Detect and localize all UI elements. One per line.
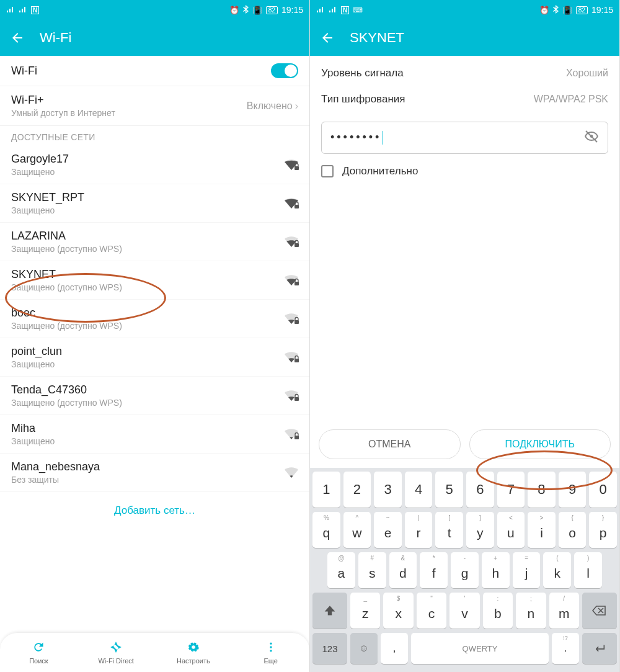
network-list: Gargoyle17 Защищено SKYNET_RPT Защищено … [0, 146, 309, 492]
nfc-icon: N [341, 6, 349, 14]
header: SKYNET [310, 20, 619, 56]
keyboard: 1234567890 %q^w~e|r[t]y<u>i{o}p @a#s&d*f… [310, 468, 619, 672]
key-q[interactable]: %q [312, 512, 340, 548]
key-x[interactable]: $x [383, 593, 413, 629]
wifi-toggle-row[interactable]: Wi-Fi [0, 56, 309, 86]
status-bar: N ⏰ 📳 82 19:15 [0, 0, 309, 20]
network-name: SKYNET [11, 268, 283, 281]
toolbar-more[interactable]: Еще [232, 633, 309, 672]
comma-key[interactable]: , [381, 633, 408, 664]
encryption-label: Тип шифрования [321, 93, 405, 105]
key-u[interactable]: <u [497, 512, 525, 548]
key-y[interactable]: ]y [466, 512, 494, 548]
key-7[interactable]: 7 [497, 472, 525, 508]
battery-icon: 82 [576, 6, 588, 14]
emoji-key[interactable]: ☺ [350, 633, 378, 664]
key-m[interactable]: /m [549, 593, 579, 629]
key-c[interactable]: "c [417, 593, 446, 629]
network-name: Gargoyle17 [11, 153, 283, 166]
enter-key[interactable] [582, 633, 617, 664]
key-g[interactable]: -g [451, 552, 479, 588]
wifi-signal-icon [283, 311, 298, 326]
network-item[interactable]: SKYNET_RPT Защищено [0, 184, 309, 223]
network-item[interactable]: boec Защищено (доступно WPS) [0, 300, 309, 338]
key-2[interactable]: 2 [343, 472, 371, 508]
network-item[interactable]: Miha Защищено [0, 415, 309, 454]
key-o[interactable]: {o [559, 512, 587, 548]
network-item[interactable]: Mana_nebesnaya Без защиты [0, 454, 309, 492]
toolbar-configure[interactable]: Настроить [155, 633, 232, 672]
key-4[interactable]: 4 [405, 472, 433, 508]
key-s[interactable]: #s [358, 552, 386, 588]
network-item[interactable]: SKYNET Защищено (доступно WPS) [0, 261, 309, 300]
key-6[interactable]: 6 [466, 472, 494, 508]
key-z[interactable]: _z [350, 593, 380, 629]
key-3[interactable]: 3 [374, 472, 402, 508]
cancel-button[interactable]: ОТМЕНА [319, 429, 461, 459]
toolbar-search[interactable]: Поиск [0, 633, 78, 672]
wifi-toggle[interactable] [271, 63, 298, 78]
available-networks-header: ДОСТУПНЫЕ СЕТИ [0, 126, 309, 146]
status-time: 19:15 [591, 5, 613, 15]
key-a[interactable]: @a [327, 552, 355, 588]
key-1[interactable]: 1 [312, 472, 340, 508]
key-k[interactable]: (k [543, 552, 571, 588]
shift-key[interactable] [312, 593, 347, 629]
key-j[interactable]: =j [513, 552, 541, 588]
key-i[interactable]: >i [528, 512, 556, 548]
key-h[interactable]: +h [482, 552, 510, 588]
key-p[interactable]: }p [589, 512, 617, 548]
advanced-row[interactable]: Дополнительно [310, 154, 619, 189]
network-name: point_clun [11, 345, 283, 358]
add-network-button[interactable]: Добавить сеть… [0, 492, 309, 529]
toolbar-wifi-direct[interactable]: Wi-Fi Direct [78, 633, 155, 672]
visibility-off-icon[interactable] [584, 129, 599, 146]
key-e[interactable]: ~e [374, 512, 402, 548]
connect-button[interactable]: ПОДКЛЮЧИТЬ [469, 429, 611, 459]
wifi-connect-screen: N ⌨ ⏰ 📳 82 19:15 SKYNET Уровень сигнала … [310, 0, 620, 672]
key-t[interactable]: [t [435, 512, 463, 548]
network-status: Защищено (доступно WPS) [11, 244, 283, 254]
key-v[interactable]: 'v [450, 593, 479, 629]
key-d[interactable]: &d [389, 552, 417, 588]
network-name: Tenda_C47360 [11, 383, 283, 396]
mode-key[interactable]: 123 [312, 633, 347, 664]
key-f[interactable]: *f [420, 552, 448, 588]
period-key[interactable]: .!? [552, 633, 579, 664]
wifi-signal-icon [283, 196, 298, 211]
password-input[interactable]: •••••••• [321, 122, 608, 154]
advanced-checkbox[interactable] [321, 165, 334, 177]
network-item[interactable]: Tenda_C47360 Защищено (доступно WPS) [0, 377, 309, 415]
key-n[interactable]: ;n [516, 593, 546, 629]
bluetooth-icon [243, 5, 249, 16]
advanced-label: Дополнительно [342, 165, 418, 177]
network-item[interactable]: Gargoyle17 Защищено [0, 146, 309, 184]
backspace-key[interactable] [582, 593, 617, 629]
svg-point-8 [270, 642, 272, 644]
key-b[interactable]: :b [483, 593, 513, 629]
alarm-icon: ⏰ [539, 6, 549, 15]
network-status: Защищено [11, 436, 283, 446]
key-l[interactable]: )l [574, 552, 602, 588]
space-key[interactable]: QWERTY [411, 633, 549, 664]
network-item[interactable]: point_clun Защищено [0, 338, 309, 377]
back-icon[interactable] [320, 30, 335, 45]
key-w[interactable]: ^w [343, 512, 371, 548]
wifiplus-label: Wi-Fi+ [11, 94, 247, 107]
encryption-row: Тип шифрования WPA/WPA2 PSK [310, 91, 619, 117]
bluetooth-icon [553, 5, 559, 16]
gear-icon [187, 641, 200, 656]
key-8[interactable]: 8 [528, 472, 556, 508]
wifi-plus-row[interactable]: Wi-Fi+ Умный доступ в Интернет Включено … [0, 86, 309, 126]
key-r[interactable]: |r [405, 512, 433, 548]
encryption-value: WPA/WPA2 PSK [534, 94, 608, 105]
signal-value: Хороший [566, 68, 608, 79]
key-9[interactable]: 9 [559, 472, 587, 508]
key-5[interactable]: 5 [435, 472, 463, 508]
key-0[interactable]: 0 [589, 472, 617, 508]
network-item[interactable]: LAZARINA Защищено (доступно WPS) [0, 223, 309, 261]
back-icon[interactable] [10, 30, 25, 45]
wifi-label: Wi-Fi [11, 65, 37, 78]
refresh-icon [32, 641, 45, 656]
signal-label: Уровень сигнала [321, 67, 404, 79]
